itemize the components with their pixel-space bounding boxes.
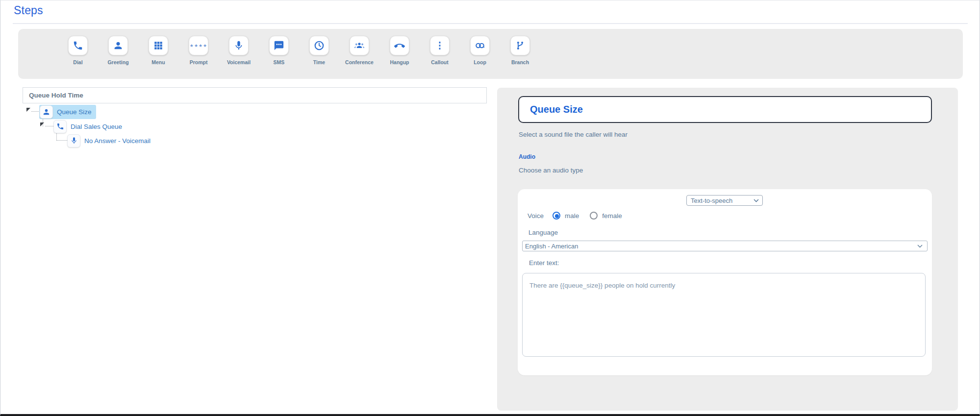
- toolbar-item-label: Callout: [431, 59, 449, 65]
- tree-node[interactable]: Queue Size: [39, 105, 96, 119]
- step-subtitle: Select a sound file the caller will hear: [519, 131, 628, 138]
- toolbar-item-label: Greeting: [107, 59, 128, 65]
- audio-type-select[interactable]: Text-to-speech: [686, 195, 763, 206]
- tree-connector: [31, 111, 40, 112]
- step-detail-panel: Queue Size Select a sound file the calle…: [497, 88, 958, 411]
- toolbar-item-loop[interactable]: Loop: [460, 36, 500, 65]
- tree-item-dial-sales-queue: Dial Sales Queue: [53, 120, 126, 133]
- toolbar-item-label: Conference: [345, 59, 374, 65]
- step-tree: Queue Size Dial Sales Queue No Answer - …: [0, 103, 491, 157]
- menu-icon: [149, 36, 168, 55]
- toolbar-item-conference[interactable]: Conference: [339, 36, 379, 65]
- voice-label: Voice: [528, 212, 544, 220]
- conference-icon: [350, 36, 369, 55]
- expand-caret-icon[interactable]: [26, 108, 30, 112]
- toolbar-item-label: Menu: [151, 59, 165, 65]
- dial-icon: [53, 120, 67, 133]
- time-icon: [309, 36, 329, 55]
- toolbar-item-label: Loop: [474, 59, 486, 65]
- toolbar-item-menu[interactable]: Menu: [138, 36, 178, 65]
- toolbar-item-label: Time: [313, 59, 325, 65]
- toolbar-item-label: Prompt: [190, 59, 208, 65]
- step-title-box: Queue Size: [518, 96, 932, 123]
- language-selected-value: English - American: [525, 243, 578, 250]
- hangup-icon: [390, 36, 409, 55]
- toolbar-item-greeting[interactable]: Greeting: [98, 36, 138, 65]
- toolbar-item-callout[interactable]: Callout: [420, 36, 460, 65]
- toolbar-item-prompt[interactable]: ★★★★ Prompt: [178, 36, 219, 65]
- voice-female-label[interactable]: female: [602, 212, 622, 220]
- language-select[interactable]: English - American: [522, 241, 928, 251]
- tree-header-label: Queue Hold Time: [29, 92, 83, 99]
- sms-icon: [269, 36, 289, 55]
- header-divider: [13, 23, 968, 24]
- tree-item-label: No Answer - Voicemail: [84, 137, 151, 145]
- audio-type-hint: Choose an audio type: [519, 167, 583, 174]
- audio-config-card: Text-to-speech Voice male female Languag…: [518, 189, 932, 375]
- chevron-down-icon: [754, 199, 759, 202]
- tree-node[interactable]: Dial Sales Queue: [53, 120, 126, 134]
- tree-connector: [45, 126, 53, 126]
- tree-node[interactable]: No Answer - Voicemail: [67, 134, 155, 148]
- toolbar-item-voicemail[interactable]: Voicemail: [219, 36, 259, 65]
- tree-item-label: Dial Sales Queue: [71, 123, 122, 130]
- tree-item-no-answer-voicemail: No Answer - Voicemail: [67, 134, 155, 147]
- toolbar-item-label: SMS: [274, 59, 285, 65]
- voice-male-radio[interactable]: [553, 212, 560, 220]
- tree-item-queue-size: Queue Size: [39, 105, 96, 119]
- tree-header: Queue Hold Time: [23, 87, 487, 103]
- audio-type-selected-value: Text-to-speech: [691, 197, 732, 204]
- branch-icon: [510, 36, 530, 55]
- toolbar-item-label: Voicemail: [227, 59, 251, 65]
- voice-male-label[interactable]: male: [565, 212, 579, 220]
- toolbar-item-label: Branch: [511, 59, 529, 65]
- enter-text-label: Enter text:: [529, 259, 559, 267]
- step-title: Queue Size: [530, 104, 583, 115]
- tree-item-label: Queue Size: [57, 108, 92, 116]
- voicemail-icon: [67, 134, 80, 147]
- expand-caret-icon[interactable]: [40, 122, 44, 126]
- prompt-icon: ★★★★: [189, 36, 208, 55]
- tts-text-input[interactable]: There are {{queue_size}} people on hold …: [522, 273, 926, 357]
- toolbar-item-hangup[interactable]: Hangup: [379, 36, 420, 65]
- page-title: Steps: [14, 4, 43, 17]
- voice-female-radio[interactable]: [590, 212, 598, 220]
- steps-page: Steps Dial Greeting Menu ★★★★ Prompt: [0, 0, 980, 416]
- dial-icon: [68, 36, 88, 55]
- step-toolbar: Dial Greeting Menu ★★★★ Prompt Voicemail: [18, 29, 963, 79]
- voicemail-icon: [229, 36, 249, 55]
- toolbar-item-sms[interactable]: SMS: [259, 36, 299, 65]
- greeting-icon: [108, 36, 128, 55]
- toolbar-item-time[interactable]: Time: [299, 36, 339, 65]
- greeting-icon: [40, 105, 53, 119]
- toolbar-item-label: Dial: [73, 59, 82, 65]
- voice-options-row: Voice male female: [528, 212, 633, 220]
- toolbar-item-dial[interactable]: Dial: [58, 36, 98, 65]
- chevron-down-icon: [917, 245, 923, 248]
- audio-section-label: Audio: [519, 153, 535, 160]
- language-label: Language: [528, 229, 558, 236]
- loop-icon: [470, 36, 490, 55]
- toolbar-item-branch[interactable]: Branch: [500, 36, 540, 65]
- callout-icon: [430, 36, 450, 55]
- toolbar-item-label: Hangup: [390, 59, 409, 65]
